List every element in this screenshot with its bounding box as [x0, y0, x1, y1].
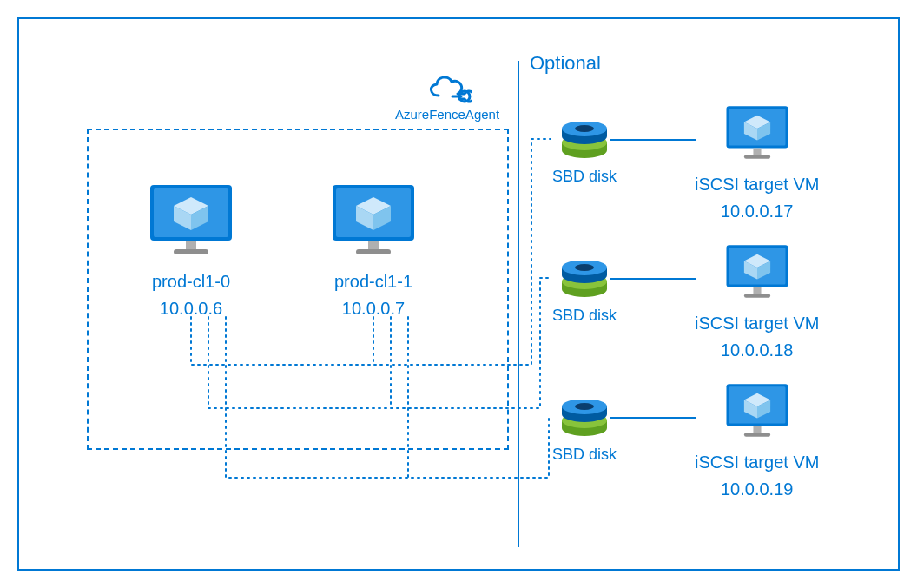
sbd-label-2: SBD disk	[552, 446, 617, 464]
target0-name: iSCSI target VM	[695, 174, 819, 195]
iscsi-target-0: iSCSI target VM 10.0.0.17	[695, 104, 819, 222]
azure-fence-agent: AzureFenceAgent	[395, 69, 499, 122]
optional-heading: Optional	[530, 52, 601, 75]
sbd-label-1: SBD disk	[552, 307, 617, 325]
node0-name: prod-cl1-0	[148, 271, 234, 293]
vm-icon	[724, 382, 790, 441]
cluster-node-1: prod-cl1-1 10.0.0.7	[330, 182, 417, 320]
cloud-icon	[423, 69, 472, 104]
vm-icon	[724, 243, 790, 302]
target1-ip: 10.0.0.18	[695, 340, 819, 361]
diagram-stage: Optional AzureFenceAgent prod-cl1-0 10.0…	[0, 0, 917, 588]
iscsi-target-2: iSCSI target VM 10.0.0.19	[695, 382, 819, 500]
node0-ip: 10.0.0.6	[148, 298, 234, 320]
target2-ip: 10.0.0.19	[695, 479, 819, 500]
sbd-disk-2: SBD disk	[552, 400, 617, 464]
sbd-label-0: SBD disk	[552, 168, 617, 186]
disk-icon	[557, 261, 612, 299]
link-sbd2-vm2	[610, 417, 696, 419]
target2-name: iSCSI target VM	[695, 452, 819, 473]
disk-icon	[557, 400, 612, 438]
node1-ip: 10.0.0.7	[330, 298, 417, 320]
vm-icon	[330, 182, 417, 261]
cluster-node-0: prod-cl1-0 10.0.0.6	[148, 182, 234, 320]
disk-icon	[557, 122, 612, 160]
cloud-label: AzureFenceAgent	[395, 107, 499, 122]
iscsi-target-1: iSCSI target VM 10.0.0.18	[695, 243, 819, 361]
link-sbd1-vm1	[610, 278, 696, 280]
target0-ip: 10.0.0.17	[695, 201, 819, 222]
target1-name: iSCSI target VM	[695, 313, 819, 334]
vm-icon	[724, 104, 790, 163]
link-sbd0-vm0	[610, 139, 696, 141]
node1-name: prod-cl1-1	[330, 271, 417, 293]
sbd-disk-0: SBD disk	[552, 122, 617, 186]
section-divider	[518, 61, 519, 547]
sbd-disk-1: SBD disk	[552, 261, 617, 325]
vm-icon	[148, 182, 234, 261]
